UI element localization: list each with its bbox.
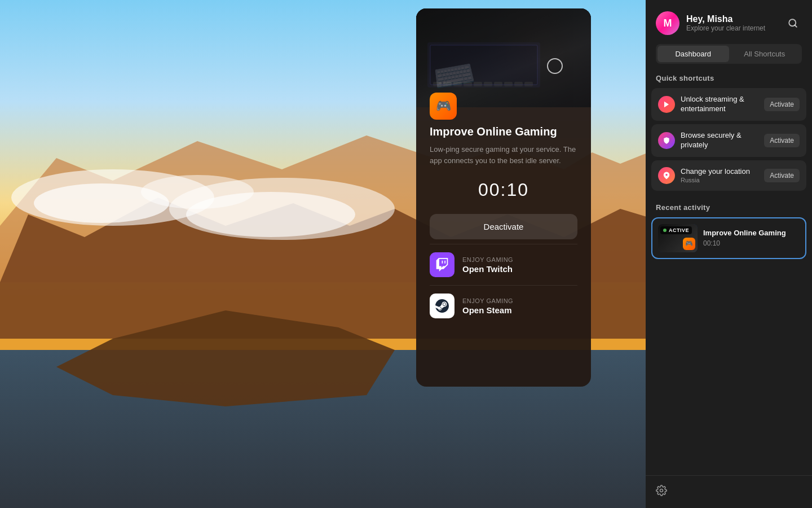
panel-body: Improve Online Gaming Low-ping secure ga… <box>416 107 591 387</box>
recent-activity-section: ACTIVE 🎮 Improve Online Gaming 00:10 <box>646 217 812 259</box>
quick-shortcuts-title: Quick shortcuts <box>646 64 812 88</box>
active-dot <box>663 229 667 232</box>
active-label: ACTIVE <box>669 227 689 233</box>
svg-point-27 <box>665 174 668 176</box>
svg-marker-26 <box>664 102 669 108</box>
tab-all-shortcuts[interactable]: All Shortcuts <box>729 46 801 62</box>
shield-icon <box>658 132 675 149</box>
svg-line-25 <box>795 25 796 27</box>
panel-app-icon: 🎮 <box>430 93 457 120</box>
user-info: M Hey, Misha Explore your clear internet <box>656 11 765 35</box>
svg-rect-20 <box>504 82 513 86</box>
qs-secure[interactable]: Browse securely &privately Activate <box>651 124 806 157</box>
qs-location-left: Change your location Russia <box>658 167 750 184</box>
tab-bar: Dashboard All Shortcuts <box>656 44 802 64</box>
svg-rect-22 <box>524 82 533 86</box>
sidebar-footer <box>646 475 812 508</box>
qs-secure-left: Browse securely &privately <box>658 131 742 150</box>
active-badge: ACTIVE <box>660 226 692 234</box>
user-greeting: Hey, Misha <box>686 14 765 24</box>
qs-streaming-left: Unlock streaming &entertainment <box>658 95 744 114</box>
right-sidebar: M Hey, Misha Explore your clear internet… <box>646 0 812 508</box>
twitch-category-label: ENJOY GAMING <box>462 256 513 263</box>
play-icon <box>658 96 675 113</box>
qs-streaming[interactable]: Unlock streaming &entertainment Activate <box>651 88 806 121</box>
twitch-icon <box>430 252 454 277</box>
twitch-name: Open Twitch <box>462 264 513 274</box>
svg-rect-15 <box>453 82 462 86</box>
recent-app-icon: 🎮 <box>683 238 695 250</box>
svg-point-28 <box>660 489 663 492</box>
svg-rect-18 <box>484 82 492 86</box>
recent-timer: 00:10 <box>703 239 786 247</box>
circle-indicator <box>547 58 563 74</box>
qs-streaming-label: Unlock streaming &entertainment <box>681 95 744 114</box>
user-subtitle: Explore your clear internet <box>686 24 765 32</box>
steam-name: Open Steam <box>462 305 513 315</box>
svg-rect-19 <box>494 82 502 86</box>
qs-location-label: Change your location <box>681 167 750 177</box>
qs-streaming-text: Unlock streaming &entertainment <box>681 95 744 114</box>
twitch-shortcut[interactable]: ENJOY GAMING Open Twitch <box>430 244 577 285</box>
sidebar-header: M Hey, Misha Explore your clear internet <box>646 0 812 35</box>
settings-gear-icon[interactable] <box>656 485 667 499</box>
svg-rect-12 <box>430 45 537 85</box>
svg-rect-17 <box>474 82 482 86</box>
gaming-icon: 🎮 <box>436 99 451 113</box>
shortcuts-list: ENJOY GAMING Open Twitch ENJOY GAMING Op… <box>430 244 577 378</box>
location-icon <box>658 167 675 184</box>
recent-info: Improve Online Gaming 00:10 <box>703 229 786 247</box>
svg-rect-21 <box>514 82 523 86</box>
svg-rect-14 <box>443 82 452 86</box>
qs-location-text: Change your location Russia <box>681 167 750 183</box>
quick-shortcuts-list: Unlock streaming &entertainment Activate… <box>646 88 812 193</box>
tab-dashboard[interactable]: Dashboard <box>657 46 729 62</box>
main-panel: 🎮 Improve Online Gaming Low-ping secure … <box>416 8 591 387</box>
deactivate-button[interactable]: Deactivate <box>430 214 577 239</box>
panel-hero: 🎮 <box>416 8 591 107</box>
recent-thumbnail: ACTIVE 🎮 <box>658 224 698 252</box>
steam-category-label: ENJOY GAMING <box>462 297 513 304</box>
avatar-initial: M <box>664 17 672 29</box>
qs-location[interactable]: Change your location Russia Activate <box>651 160 806 191</box>
recent-title: Improve Online Gaming <box>703 229 786 237</box>
user-text: Hey, Misha Explore your clear internet <box>686 14 765 32</box>
activate-streaming-button[interactable]: Activate <box>764 98 800 111</box>
panel-description: Low-ping secure gaming at your service. … <box>430 144 577 166</box>
steam-icon <box>430 294 454 318</box>
svg-rect-13 <box>433 82 442 86</box>
search-button[interactable] <box>784 14 802 32</box>
twitch-shortcut-text: ENJOY GAMING Open Twitch <box>462 256 513 274</box>
panel-title: Improve Online Gaming <box>430 125 577 138</box>
timer-display: 00:10 <box>430 179 577 200</box>
qs-secure-label: Browse securely &privately <box>681 131 742 150</box>
activate-location-button[interactable]: Activate <box>764 169 800 182</box>
svg-rect-16 <box>464 82 472 86</box>
activate-secure-button[interactable]: Activate <box>764 134 800 147</box>
qs-secure-text: Browse securely &privately <box>681 131 742 150</box>
avatar: M <box>656 11 679 35</box>
recent-activity-title: Recent activity <box>646 193 812 217</box>
qs-location-sublabel: Russia <box>681 177 750 183</box>
steam-shortcut[interactable]: ENJOY GAMING Open Steam <box>430 285 577 326</box>
steam-shortcut-text: ENJOY GAMING Open Steam <box>462 297 513 315</box>
recent-activity-card[interactable]: ACTIVE 🎮 Improve Online Gaming 00:10 <box>651 217 806 259</box>
